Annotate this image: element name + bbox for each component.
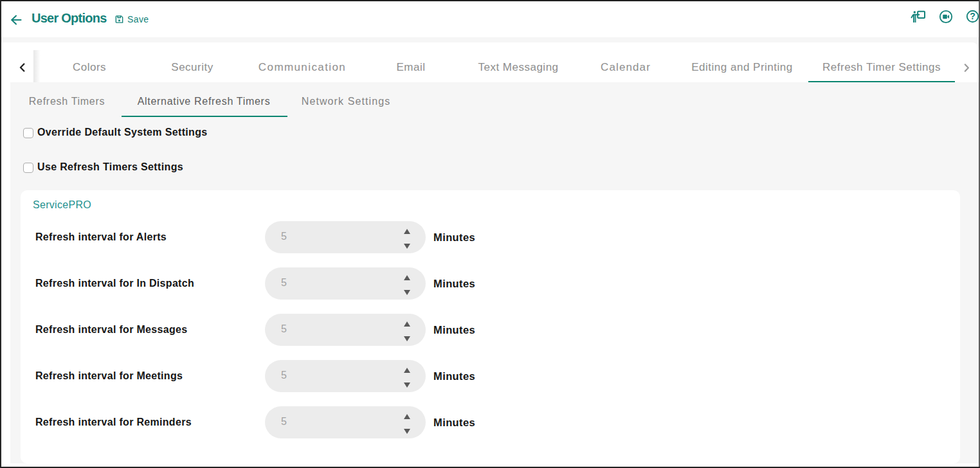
svg-text:?: ?	[970, 11, 975, 21]
